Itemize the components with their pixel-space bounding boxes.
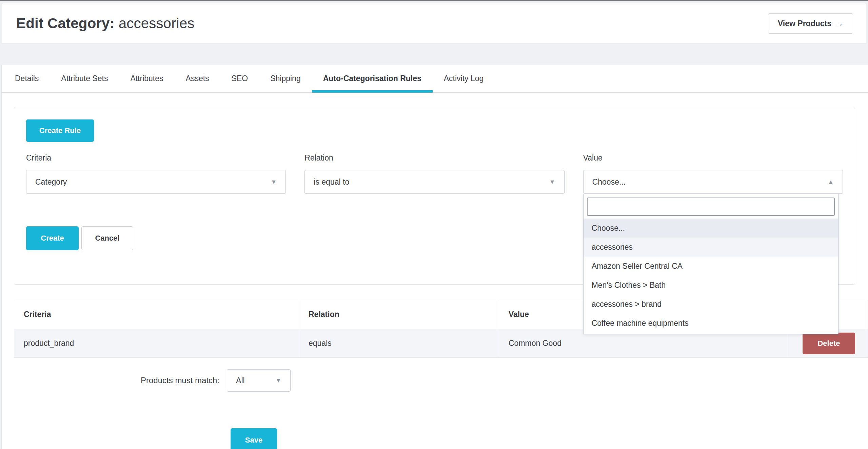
view-products-button[interactable]: View Products → bbox=[768, 13, 853, 34]
page-header: Edit Category: accessories View Products… bbox=[2, 3, 866, 44]
value-select[interactable]: Choose... ▲ bbox=[583, 170, 843, 194]
value-select-value: Choose... bbox=[592, 177, 626, 187]
relation-select[interactable]: is equal to ▼ bbox=[304, 170, 564, 194]
relation-select-value: is equal to bbox=[314, 177, 349, 187]
window-top-edge bbox=[0, 0, 868, 1]
tab-details[interactable]: Details bbox=[4, 65, 50, 92]
tab-shipping[interactable]: Shipping bbox=[259, 65, 312, 92]
rule-fields-row: Criteria Category ▼ Relation is equal to… bbox=[26, 153, 843, 194]
content-card: Details Attribute Sets Attributes Assets… bbox=[1, 65, 868, 449]
delete-button[interactable]: Delete bbox=[803, 333, 855, 354]
create-button[interactable]: Create bbox=[26, 226, 79, 250]
arrow-right-icon: → bbox=[835, 19, 843, 28]
column-header-criteria: Criteria bbox=[14, 300, 299, 329]
products-must-match-label: Products must match: bbox=[141, 376, 219, 385]
relation-field: Relation is equal to ▼ bbox=[304, 153, 564, 194]
criteria-field: Criteria Category ▼ bbox=[26, 153, 286, 194]
tab-seo[interactable]: SEO bbox=[220, 65, 259, 92]
chevron-down-icon: ▼ bbox=[549, 179, 555, 186]
rule-criteria-cell: product_brand bbox=[14, 329, 299, 358]
dropdown-option-mens-clothes-bath[interactable]: Men's Clothes > Bath bbox=[584, 276, 838, 295]
criteria-select[interactable]: Category ▼ bbox=[26, 170, 286, 194]
cancel-button[interactable]: Cancel bbox=[81, 226, 133, 250]
chevron-down-icon: ▼ bbox=[271, 179, 277, 186]
dropdown-option-coffee-machine-equipments[interactable]: Coffee machine equipments bbox=[584, 314, 838, 333]
create-rule-button[interactable]: Create Rule bbox=[26, 119, 94, 142]
view-products-label: View Products bbox=[778, 19, 831, 28]
chevron-down-icon: ▼ bbox=[275, 377, 281, 384]
dropdown-option-accessories-brand[interactable]: accessories > brand bbox=[584, 295, 838, 314]
products-must-match-row: Products must match: All ▼ bbox=[2, 369, 868, 392]
tab-auto-categorisation-rules[interactable]: Auto-Categorisation Rules bbox=[312, 65, 433, 92]
column-header-relation: Relation bbox=[299, 300, 499, 329]
criteria-label: Criteria bbox=[26, 153, 286, 163]
dropdown-option-choose[interactable]: Choose... bbox=[584, 219, 838, 238]
value-label: Value bbox=[583, 153, 843, 163]
rule-relation-cell: equals bbox=[299, 329, 499, 358]
dropdown-search-input[interactable] bbox=[587, 198, 835, 216]
dropdown-option-accessories[interactable]: accessories bbox=[584, 238, 838, 257]
dropdown-option-amazon-seller-central-ca[interactable]: Amazon Seller Central CA bbox=[584, 257, 838, 276]
save-row: Save bbox=[2, 428, 868, 449]
match-select-value: All bbox=[236, 376, 245, 385]
save-button[interactable]: Save bbox=[231, 428, 277, 449]
rule-create-panel: Create Rule Criteria Category ▼ Relation… bbox=[14, 107, 855, 285]
tab-activity-log[interactable]: Activity Log bbox=[433, 65, 495, 92]
value-field: Value Choose... ▲ Choose... accessories … bbox=[583, 153, 843, 194]
value-dropdown: Choose... accessories Amazon Seller Cent… bbox=[583, 194, 839, 334]
tab-assets[interactable]: Assets bbox=[175, 65, 220, 92]
criteria-select-value: Category bbox=[35, 177, 67, 187]
page-title-label: Edit Category: bbox=[16, 15, 115, 31]
page-title-value: accessories bbox=[119, 15, 195, 31]
match-select[interactable]: All ▼ bbox=[227, 369, 291, 392]
tab-attribute-sets[interactable]: Attribute Sets bbox=[50, 65, 119, 92]
page-title: Edit Category: accessories bbox=[16, 15, 195, 32]
chevron-up-icon: ▲ bbox=[828, 179, 834, 186]
tab-bar: Details Attribute Sets Attributes Assets… bbox=[2, 65, 868, 93]
relation-label: Relation bbox=[304, 153, 564, 163]
tab-attributes[interactable]: Attributes bbox=[119, 65, 174, 92]
